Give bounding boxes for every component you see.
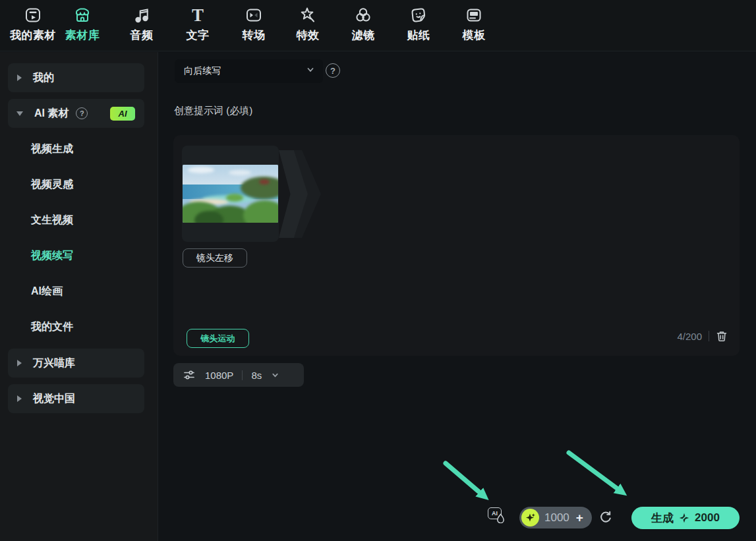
refresh-credits-icon[interactable] — [598, 510, 613, 525]
sidebar-item-ai-painting[interactable]: AI绘画 — [31, 283, 63, 299]
tab-label: 素材库 — [65, 28, 100, 43]
sidebar: 我的 AI 素材 ? AI 视频生成 视频灵感 文生视频 视频续写 AI绘画 我… — [0, 52, 158, 541]
sidebar-item-my-files[interactable]: 我的文件 — [31, 319, 73, 335]
tag-label: 镜头左移 — [196, 252, 233, 264]
sidebar-group-label: 万兴喵库 — [33, 356, 75, 370]
app-window: { "topnav": { "items": [ { "label": "我的素… — [0, 0, 756, 541]
sidebar-item-video-continuation[interactable]: 视频续写 — [31, 248, 73, 264]
main-content: 向后续写 ? 创意提示词 (必填) — [159, 52, 756, 541]
credits-balance-pill[interactable]: 1000 + — [519, 507, 592, 528]
continuation-mode-dropdown[interactable]: 向后续写 — [175, 59, 323, 83]
sliders-icon — [183, 369, 195, 381]
generate-cost: 2000 — [695, 511, 720, 525]
add-credits-button[interactable]: + — [576, 511, 583, 524]
resolution-value: 1080P — [205, 370, 233, 381]
source-clip-card[interactable] — [182, 146, 279, 242]
media-library-icon — [23, 5, 43, 25]
sidebar-group-label: 我的 — [33, 71, 54, 85]
tab-label: 转场 — [243, 28, 266, 43]
help-icon[interactable]: ? — [326, 63, 340, 78]
sidebar-item-video-inspiration[interactable]: 视频灵感 — [31, 177, 73, 192]
source-clip-thumbnail — [183, 165, 278, 223]
tab-label: 模板 — [463, 28, 486, 43]
camera-motion-button[interactable]: 镜头运动 — [187, 329, 249, 348]
template-icon — [464, 5, 484, 25]
ink-drop-icon — [496, 513, 505, 526]
sidebar-group-visual-china[interactable]: 视觉中国 — [8, 384, 144, 413]
tab-label: 滤镜 — [352, 28, 375, 43]
sidebar-item-text-to-video[interactable]: 文生视频 — [31, 212, 73, 228]
output-settings-dropdown[interactable]: 1080P 8s — [173, 363, 304, 387]
generate-label: 生成 — [651, 511, 674, 526]
divider — [242, 370, 243, 380]
char-count-row: 4/200 — [677, 330, 728, 342]
trash-icon[interactable] — [716, 330, 728, 342]
top-navigation-bar: 我的素材 素材库 音频 T 文字 — [0, 0, 756, 51]
duration-value: 8s — [251, 370, 262, 381]
tab-library[interactable]: 素材库 — [49, 5, 115, 47]
sidebar-group-my[interactable]: 我的 — [8, 63, 144, 92]
prompt-input-panel[interactable]: 镜头左移 镜头运动 4/200 — [173, 135, 740, 356]
button-label: 镜头运动 — [201, 333, 235, 345]
ai-badge: AI — [110, 107, 135, 121]
tab-label: 贴纸 — [407, 28, 430, 43]
credits-amount: 1000 — [544, 511, 569, 525]
tab-label: 特效 — [297, 28, 320, 43]
tab-label: 音频 — [131, 28, 154, 43]
tab-templates[interactable]: 模板 — [441, 5, 507, 47]
camera-pan-left-tag: 镜头左移 — [183, 248, 247, 268]
transition-icon — [244, 5, 264, 25]
generate-button[interactable]: 生成 2000 — [631, 507, 740, 529]
sidebar-item-video-generation[interactable]: 视频生成 — [31, 141, 73, 157]
tab-label: 文字 — [187, 28, 210, 43]
sidebar-group-ai-materials[interactable]: AI 素材 ? AI — [8, 99, 144, 128]
music-note-icon — [132, 5, 152, 25]
ai-prompt-writer-button[interactable]: AI — [488, 507, 508, 526]
credit-coin-icon — [521, 509, 539, 527]
char-count: 4/200 — [677, 331, 702, 342]
sidebar-group-label: AI 素材 — [34, 107, 69, 121]
filter-icon — [353, 5, 373, 25]
chevron-right-icon — [17, 360, 22, 366]
chevron-down-icon — [271, 371, 279, 380]
dropdown-value: 向后续写 — [184, 65, 221, 77]
chevron-right-icon — [17, 395, 22, 402]
effects-star-icon — [298, 5, 318, 25]
help-icon[interactable]: ? — [76, 107, 88, 119]
sparkle-credit-icon — [679, 513, 689, 523]
text-icon: T — [188, 5, 208, 25]
sidebar-group-label: 视觉中国 — [33, 392, 75, 406]
chevron-down-icon — [16, 111, 23, 116]
sidebar-group-wondershare-library[interactable]: 万兴喵库 — [8, 349, 144, 378]
chevron-right-icon — [17, 74, 22, 81]
store-icon — [73, 5, 92, 25]
sticker-icon — [409, 5, 428, 25]
prompt-section-label: 创意提示词 (必填) — [174, 105, 252, 117]
divider — [709, 331, 709, 341]
chevron-down-icon — [306, 65, 315, 77]
